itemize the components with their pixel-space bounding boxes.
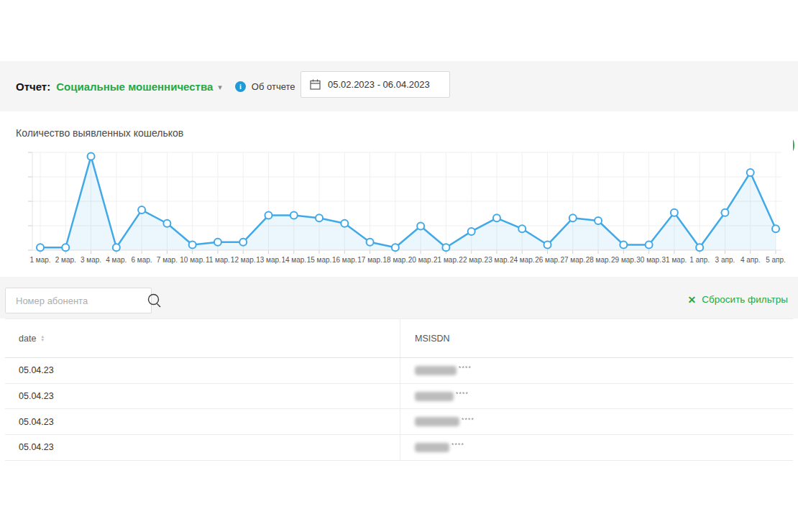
x-axis-label: 28 мар.	[586, 256, 611, 264]
msisdn-redacted-value	[415, 417, 459, 426]
data-point[interactable]	[772, 225, 779, 232]
data-point[interactable]	[163, 220, 170, 227]
data-point[interactable]	[747, 169, 754, 176]
x-axis-label: 16 мар.	[332, 256, 357, 264]
sort-icon: ▲▼	[40, 335, 45, 342]
data-point[interactable]	[239, 239, 247, 246]
about-report-link[interactable]: i Об отчете	[235, 81, 295, 92]
x-axis-label: 14 мар.	[281, 256, 306, 264]
data-point[interactable]	[646, 242, 653, 249]
x-axis-label: 29 мар.	[611, 256, 636, 264]
x-axis-label: 26 мар.	[535, 256, 560, 264]
data-point[interactable]	[138, 206, 145, 214]
about-report-label: Об отчете	[252, 81, 295, 92]
date-cell: 05.04.23	[5, 417, 400, 427]
x-axis-label: 3 мар.	[81, 256, 101, 264]
calendar-icon	[310, 79, 321, 90]
report-label: Отчет:	[16, 81, 50, 93]
date-cell: 05.04.23	[5, 391, 400, 401]
chart-title: Количество выявленных кошельков	[5, 113, 793, 139]
msisdn-column-label: MSISDN	[415, 334, 450, 344]
subscriber-search-box	[5, 288, 152, 313]
data-point[interactable]	[113, 244, 120, 251]
x-axis-label: 6 мар.	[132, 256, 152, 264]
x-axis-label: 21 мар.	[434, 256, 459, 264]
filter-bar: ✕ Сбросить фильтры	[0, 277, 798, 318]
x-axis-label: 20 мар.	[408, 256, 434, 264]
reset-filters-label: Сбросить фильтры	[702, 294, 788, 305]
table-header-row: date ▲▼ MSISDN	[5, 319, 793, 358]
x-axis-label: 18 мар.	[383, 256, 408, 264]
date-cell: 05.04.23	[5, 442, 400, 452]
data-point[interactable]	[341, 220, 348, 227]
table-row: 05.04.23****	[5, 435, 793, 461]
x-axis-label: 1 мар.	[29, 256, 50, 264]
msisdn-cell: ****	[400, 384, 469, 409]
data-point[interactable]	[595, 217, 602, 224]
data-point[interactable]	[290, 212, 298, 219]
reset-filters-link[interactable]: ✕ Сбросить фильтры	[688, 294, 788, 305]
table-row: 05.04.23****	[5, 384, 793, 410]
data-point[interactable]	[189, 242, 196, 249]
data-point[interactable]	[392, 244, 399, 251]
column-header-msisdn: MSISDN	[400, 319, 450, 357]
data-point[interactable]	[671, 209, 678, 216]
search-icon[interactable]	[147, 293, 162, 308]
x-axis-label: 2 мар.	[55, 256, 76, 264]
msisdn-redacted-value	[415, 366, 457, 375]
data-point[interactable]	[468, 228, 475, 235]
data-point[interactable]	[367, 239, 374, 246]
data-point[interactable]	[721, 209, 728, 216]
x-axis-label: 27 мар.	[560, 256, 585, 264]
report-type-dropdown[interactable]: Социальные мошенничества ▾	[56, 81, 222, 93]
msisdn-mask-stars: ****	[451, 441, 464, 449]
x-axis-label: 15 мар.	[307, 256, 332, 264]
data-point[interactable]	[442, 244, 449, 251]
data-point[interactable]	[493, 214, 500, 221]
chevron-down-icon: ▾	[218, 83, 222, 91]
x-axis-label: 22 мар.	[459, 256, 484, 264]
msisdn-cell: ****	[400, 358, 472, 383]
data-point[interactable]	[316, 214, 323, 221]
msisdn-redacted-value	[415, 392, 454, 401]
msisdn-mask-stars: ****	[459, 364, 472, 372]
date-range-value: 05.02.2023 - 06.04.2023	[328, 79, 430, 90]
data-point[interactable]	[214, 239, 221, 246]
x-axis-label: 24 мар.	[510, 256, 535, 264]
data-point[interactable]	[417, 222, 424, 229]
data-point[interactable]	[518, 225, 526, 232]
wallets-line-chart[interactable]: 1 мар.2 мар.3 мар.4 мар.6 мар.7 мар.10 м…	[5, 147, 793, 271]
msisdn-cell: ****	[400, 435, 464, 460]
data-point[interactable]	[265, 212, 272, 219]
data-point[interactable]	[544, 242, 551, 249]
data-point[interactable]	[62, 244, 69, 251]
x-axis-label: 4 апр.	[740, 256, 761, 264]
results-table: date ▲▼ MSISDN 05.04.23****05.04.23****0…	[5, 318, 793, 461]
x-axis-label: 30 мар.	[636, 256, 661, 264]
data-point[interactable]	[569, 214, 577, 221]
close-icon: ✕	[688, 295, 697, 305]
data-point[interactable]	[696, 244, 703, 251]
table-body: 05.04.23****05.04.23****05.04.23****05.0…	[5, 358, 793, 461]
info-icon: i	[235, 81, 246, 92]
x-axis-label: 17 мар.	[357, 256, 382, 264]
msisdn-mask-stars: ****	[462, 416, 474, 423]
data-point[interactable]	[620, 242, 627, 249]
data-point[interactable]	[37, 244, 44, 251]
x-axis-label: 13 мар.	[256, 256, 281, 264]
table-row: 05.04.23****	[5, 358, 793, 384]
x-axis-label: 1 апр.	[689, 256, 710, 264]
x-axis-label: 10 мар.	[180, 256, 205, 264]
date-range-picker[interactable]: 05.02.2023 - 06.04.2023	[301, 71, 450, 98]
x-axis-label: 3 апр.	[715, 256, 735, 264]
x-axis-label: 4 мар.	[106, 256, 127, 264]
wallets-chart-card: Количество выявленных кошельков 1 мар.2 …	[5, 113, 793, 277]
x-axis-label: 23 мар.	[485, 256, 510, 264]
data-point[interactable]	[88, 153, 95, 160]
x-axis-label: 11 мар.	[206, 256, 230, 264]
msisdn-mask-stars: ****	[456, 390, 469, 398]
column-header-date[interactable]: date ▲▼	[5, 334, 400, 344]
date-column-label: date	[19, 334, 36, 344]
subscriber-number-input[interactable]	[6, 295, 147, 306]
report-toolbar: Отчет: Социальные мошенничества ▾ i Об о…	[0, 61, 798, 111]
